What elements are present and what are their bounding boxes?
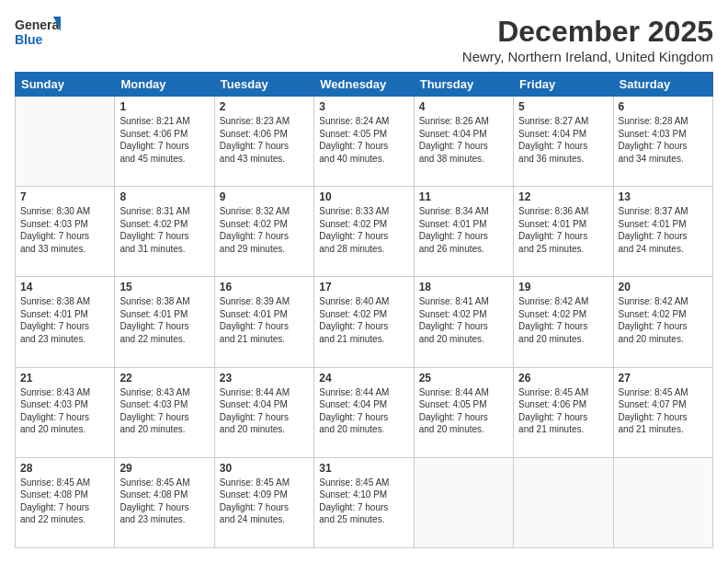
day-number: 1	[119, 100, 209, 113]
page: General Blue December 2025 Newry, Northe…	[0, 0, 728, 563]
day-content: Sunrise: 8:43 AM Sunset: 4:03 PM Dayligh…	[119, 386, 209, 436]
day-content: Sunrise: 8:42 AM Sunset: 4:02 PM Dayligh…	[619, 295, 708, 345]
day-number: 13	[619, 190, 708, 203]
col-thursday: Thursday	[414, 73, 513, 97]
day-content: Sunrise: 8:26 AM Sunset: 4:04 PM Dayligh…	[419, 115, 508, 165]
table-row: 11Sunrise: 8:34 AM Sunset: 4:01 PM Dayli…	[414, 187, 513, 277]
day-content: Sunrise: 8:45 AM Sunset: 4:08 PM Dayligh…	[20, 477, 109, 526]
day-number: 16	[220, 281, 309, 293]
day-content: Sunrise: 8:45 AM Sunset: 4:06 PM Dayligh…	[518, 386, 608, 436]
day-content: Sunrise: 8:24 AM Sunset: 4:05 PM Dayligh…	[319, 115, 408, 165]
subtitle: Newry, Northern Ireland, United Kingdom	[462, 49, 713, 64]
svg-text:Blue: Blue	[15, 32, 43, 47]
header: General Blue December 2025 Newry, Northe…	[15, 15, 713, 64]
day-number: 11	[419, 190, 508, 203]
table-row: 13Sunrise: 8:37 AM Sunset: 4:01 PM Dayli…	[613, 187, 712, 277]
table-row: 23Sunrise: 8:44 AM Sunset: 4:04 PM Dayli…	[214, 367, 313, 457]
table-row: 3Sunrise: 8:24 AM Sunset: 4:05 PM Daylig…	[314, 97, 414, 187]
table-row	[414, 457, 513, 547]
day-content: Sunrise: 8:44 AM Sunset: 4:04 PM Dayligh…	[220, 386, 309, 436]
day-number: 21	[20, 372, 109, 385]
calendar-body: 1Sunrise: 8:21 AM Sunset: 4:06 PM Daylig…	[16, 97, 713, 548]
day-number: 29	[119, 462, 209, 475]
day-number: 15	[119, 281, 209, 293]
col-monday: Monday	[115, 73, 214, 97]
table-row: 31Sunrise: 8:45 AM Sunset: 4:10 PM Dayli…	[314, 457, 414, 547]
day-content: Sunrise: 8:31 AM Sunset: 4:02 PM Dayligh…	[119, 205, 209, 255]
day-number: 30	[220, 462, 309, 475]
table-row: 24Sunrise: 8:44 AM Sunset: 4:04 PM Dayli…	[314, 367, 414, 457]
calendar-week-row: 28Sunrise: 8:45 AM Sunset: 4:08 PM Dayli…	[16, 457, 713, 547]
day-content: Sunrise: 8:41 AM Sunset: 4:02 PM Dayligh…	[419, 295, 508, 345]
day-number: 27	[619, 372, 708, 385]
table-row: 30Sunrise: 8:45 AM Sunset: 4:09 PM Dayli…	[214, 457, 313, 547]
calendar-week-row: 14Sunrise: 8:38 AM Sunset: 4:01 PM Dayli…	[16, 277, 713, 367]
calendar-table: Sunday Monday Tuesday Wednesday Thursday…	[15, 72, 713, 548]
day-content: Sunrise: 8:21 AM Sunset: 4:06 PM Dayligh…	[119, 115, 209, 165]
table-row: 27Sunrise: 8:45 AM Sunset: 4:07 PM Dayli…	[613, 367, 712, 457]
table-row	[514, 457, 613, 547]
table-row	[16, 97, 115, 187]
day-content: Sunrise: 8:39 AM Sunset: 4:01 PM Dayligh…	[220, 295, 309, 345]
table-row: 22Sunrise: 8:43 AM Sunset: 4:03 PM Dayli…	[115, 367, 214, 457]
day-content: Sunrise: 8:45 AM Sunset: 4:10 PM Dayligh…	[319, 477, 408, 526]
table-row: 18Sunrise: 8:41 AM Sunset: 4:02 PM Dayli…	[414, 277, 513, 367]
table-row: 20Sunrise: 8:42 AM Sunset: 4:02 PM Dayli…	[613, 277, 712, 367]
table-row: 17Sunrise: 8:40 AM Sunset: 4:02 PM Dayli…	[314, 277, 414, 367]
table-row	[613, 457, 712, 547]
day-number: 18	[419, 281, 508, 293]
day-number: 12	[518, 190, 608, 203]
table-row: 15Sunrise: 8:38 AM Sunset: 4:01 PM Dayli…	[115, 277, 214, 367]
day-content: Sunrise: 8:37 AM Sunset: 4:01 PM Dayligh…	[619, 205, 708, 255]
col-wednesday: Wednesday	[314, 73, 414, 97]
col-friday: Friday	[514, 73, 613, 97]
day-number: 23	[220, 372, 309, 385]
table-row: 5Sunrise: 8:27 AM Sunset: 4:04 PM Daylig…	[514, 97, 613, 187]
day-number: 26	[518, 372, 608, 385]
day-number: 8	[119, 190, 209, 203]
table-row: 7Sunrise: 8:30 AM Sunset: 4:03 PM Daylig…	[16, 187, 115, 277]
table-row: 6Sunrise: 8:28 AM Sunset: 4:03 PM Daylig…	[613, 97, 712, 187]
day-number: 14	[20, 281, 109, 293]
day-number: 31	[319, 462, 408, 475]
day-content: Sunrise: 8:30 AM Sunset: 4:03 PM Dayligh…	[20, 205, 109, 255]
day-number: 25	[419, 372, 508, 385]
day-number: 20	[619, 281, 708, 293]
day-content: Sunrise: 8:33 AM Sunset: 4:02 PM Dayligh…	[319, 205, 408, 255]
calendar-week-row: 7Sunrise: 8:30 AM Sunset: 4:03 PM Daylig…	[16, 187, 713, 277]
day-number: 6	[619, 100, 708, 113]
day-content: Sunrise: 8:44 AM Sunset: 4:04 PM Dayligh…	[319, 386, 408, 436]
day-number: 4	[419, 100, 508, 113]
table-row: 16Sunrise: 8:39 AM Sunset: 4:01 PM Dayli…	[214, 277, 313, 367]
day-content: Sunrise: 8:45 AM Sunset: 4:09 PM Dayligh…	[220, 477, 309, 526]
logo-icon: General Blue	[15, 15, 61, 48]
table-row: 12Sunrise: 8:36 AM Sunset: 4:01 PM Dayli…	[514, 187, 613, 277]
day-number: 9	[220, 190, 309, 203]
calendar-header-row: Sunday Monday Tuesday Wednesday Thursday…	[16, 73, 713, 97]
col-tuesday: Tuesday	[214, 73, 313, 97]
day-content: Sunrise: 8:36 AM Sunset: 4:01 PM Dayligh…	[518, 205, 608, 255]
table-row: 8Sunrise: 8:31 AM Sunset: 4:02 PM Daylig…	[115, 187, 214, 277]
table-row: 10Sunrise: 8:33 AM Sunset: 4:02 PM Dayli…	[314, 187, 414, 277]
table-row: 21Sunrise: 8:43 AM Sunset: 4:03 PM Dayli…	[16, 367, 115, 457]
day-number: 2	[220, 100, 309, 113]
day-content: Sunrise: 8:42 AM Sunset: 4:02 PM Dayligh…	[518, 295, 608, 345]
day-content: Sunrise: 8:32 AM Sunset: 4:02 PM Dayligh…	[220, 205, 309, 255]
table-row: 26Sunrise: 8:45 AM Sunset: 4:06 PM Dayli…	[514, 367, 613, 457]
day-content: Sunrise: 8:38 AM Sunset: 4:01 PM Dayligh…	[20, 295, 109, 345]
table-row: 25Sunrise: 8:44 AM Sunset: 4:05 PM Dayli…	[414, 367, 513, 457]
table-row: 9Sunrise: 8:32 AM Sunset: 4:02 PM Daylig…	[214, 187, 313, 277]
day-number: 10	[319, 190, 408, 203]
day-number: 5	[518, 100, 608, 113]
table-row: 29Sunrise: 8:45 AM Sunset: 4:08 PM Dayli…	[115, 457, 214, 547]
day-content: Sunrise: 8:40 AM Sunset: 4:02 PM Dayligh…	[319, 295, 408, 345]
logo: General Blue	[15, 15, 61, 48]
day-content: Sunrise: 8:27 AM Sunset: 4:04 PM Dayligh…	[518, 115, 608, 165]
day-number: 22	[119, 372, 209, 385]
table-row: 19Sunrise: 8:42 AM Sunset: 4:02 PM Dayli…	[514, 277, 613, 367]
calendar-week-row: 1Sunrise: 8:21 AM Sunset: 4:06 PM Daylig…	[16, 97, 713, 187]
table-row: 14Sunrise: 8:38 AM Sunset: 4:01 PM Dayli…	[16, 277, 115, 367]
table-row: 1Sunrise: 8:21 AM Sunset: 4:06 PM Daylig…	[115, 97, 214, 187]
day-number: 3	[319, 100, 408, 113]
table-row: 4Sunrise: 8:26 AM Sunset: 4:04 PM Daylig…	[414, 97, 513, 187]
